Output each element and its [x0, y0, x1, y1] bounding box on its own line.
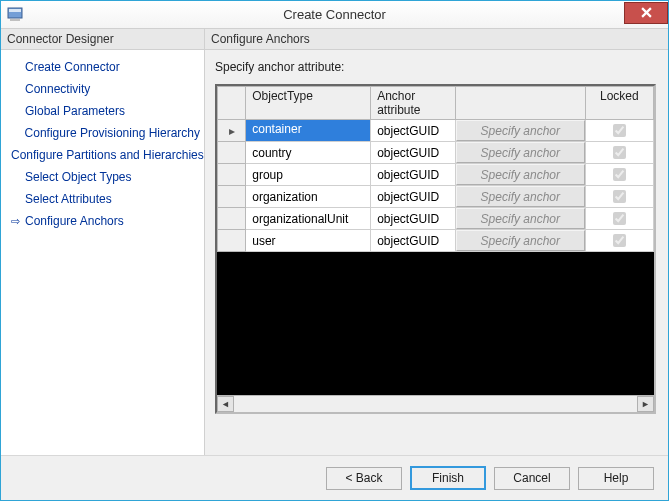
grid-empty-area	[217, 252, 654, 395]
table-row: ▸containerobjectGUIDSpecify anchor	[218, 120, 654, 142]
specify-anchor-button[interactable]: Specify anchor	[456, 142, 585, 163]
col-locked[interactable]: Locked	[585, 87, 653, 120]
cell-anchor[interactable]: objectGUID	[371, 164, 456, 186]
cancel-button[interactable]: Cancel	[494, 467, 570, 490]
cell-objecttype[interactable]: organizationalUnit	[246, 208, 371, 230]
nav-item-configure-anchors[interactable]: ⇨Configure Anchors	[1, 210, 204, 232]
cell-anchor[interactable]: objectGUID	[371, 186, 456, 208]
panes: Connector Designer Create ConnectorConne…	[1, 29, 668, 456]
nav-item-select-attributes[interactable]: Select Attributes	[1, 188, 204, 210]
nav-item-label: Select Attributes	[25, 190, 112, 208]
nav-item-configure-provisioning-hierarchy[interactable]: Configure Provisioning Hierarchy	[1, 122, 204, 144]
specify-anchor-button[interactable]: Specify anchor	[456, 164, 585, 185]
left-pane: Connector Designer Create ConnectorConne…	[1, 29, 205, 455]
anchor-table: ObjectType Anchor attribute Locked ▸cont…	[217, 86, 654, 252]
cell-locked	[585, 186, 653, 208]
horizontal-scrollbar[interactable]: ◄ ►	[217, 395, 654, 412]
row-header[interactable]	[218, 208, 246, 230]
col-action[interactable]	[456, 87, 586, 120]
svg-rect-2	[10, 19, 20, 21]
specify-anchor-button[interactable]: Specify anchor	[456, 120, 585, 141]
table-row: userobjectGUIDSpecify anchor	[218, 230, 654, 252]
nav-item-label: Select Object Types	[25, 168, 132, 186]
cell-objecttype[interactable]: user	[246, 230, 371, 252]
row-header[interactable]	[218, 230, 246, 252]
nav-item-global-parameters[interactable]: Global Parameters	[1, 100, 204, 122]
window-title: Create Connector	[1, 7, 668, 22]
svg-rect-1	[9, 9, 21, 12]
specify-anchor-button[interactable]: Specify anchor	[456, 186, 585, 207]
row-header[interactable]: ▸	[218, 120, 246, 142]
dialog-body: Connector Designer Create ConnectorConne…	[1, 29, 668, 500]
anchor-grid: ObjectType Anchor attribute Locked ▸cont…	[215, 84, 656, 414]
locked-checkbox[interactable]	[613, 124, 626, 137]
nav-item-label: Create Connector	[25, 58, 120, 76]
nav-item-configure-partitions-and-hierarchies[interactable]: Configure Partitions and Hierarchies	[1, 144, 204, 166]
close-button[interactable]	[624, 2, 668, 24]
cell-objecttype[interactable]: organization	[246, 186, 371, 208]
back-button[interactable]: < Back	[326, 467, 402, 490]
instruction-label: Specify anchor attribute:	[215, 60, 656, 74]
nav-item-label: Configure Provisioning Hierarchy	[25, 124, 200, 142]
cell-locked	[585, 208, 653, 230]
cell-locked	[585, 142, 653, 164]
locked-checkbox[interactable]	[613, 234, 626, 247]
table-row: groupobjectGUIDSpecify anchor	[218, 164, 654, 186]
cell-anchor[interactable]: objectGUID	[371, 208, 456, 230]
nav-list: Create ConnectorConnectivityGlobal Param…	[1, 50, 204, 455]
help-button[interactable]: Help	[578, 467, 654, 490]
cell-anchor[interactable]: objectGUID	[371, 230, 456, 252]
right-pane-header: Configure Anchors	[205, 29, 668, 50]
cell-action: Specify anchor	[456, 164, 586, 186]
nav-item-create-connector[interactable]: Create Connector	[1, 56, 204, 78]
dialog-window: Create Connector Connector Designer Crea…	[0, 0, 669, 501]
specify-anchor-button[interactable]: Specify anchor	[456, 230, 585, 251]
app-icon	[7, 7, 23, 23]
cell-anchor[interactable]: objectGUID	[371, 120, 456, 142]
cell-action: Specify anchor	[456, 120, 586, 142]
cell-action: Specify anchor	[456, 230, 586, 252]
cell-locked	[585, 230, 653, 252]
nav-item-label: Connectivity	[25, 80, 90, 98]
col-objecttype[interactable]: ObjectType	[246, 87, 371, 120]
locked-checkbox[interactable]	[613, 190, 626, 203]
nav-item-label: Configure Partitions and Hierarchies	[11, 146, 204, 164]
cell-anchor[interactable]: objectGUID	[371, 142, 456, 164]
scroll-track[interactable]	[234, 396, 637, 412]
specify-anchor-button[interactable]: Specify anchor	[456, 208, 585, 229]
cell-objecttype[interactable]: country	[246, 142, 371, 164]
right-body: Specify anchor attribute:	[205, 50, 668, 455]
locked-checkbox[interactable]	[613, 146, 626, 159]
nav-item-select-object-types[interactable]: Select Object Types	[1, 166, 204, 188]
nav-item-label: Configure Anchors	[25, 212, 124, 230]
left-pane-header: Connector Designer	[1, 29, 204, 50]
row-header[interactable]	[218, 164, 246, 186]
locked-checkbox[interactable]	[613, 212, 626, 225]
table-header-row: ObjectType Anchor attribute Locked	[218, 87, 654, 120]
row-header[interactable]	[218, 186, 246, 208]
scroll-right-button[interactable]: ►	[637, 396, 654, 412]
col-rowheader[interactable]	[218, 87, 246, 120]
nav-current-arrow-icon: ⇨	[11, 212, 25, 230]
finish-button[interactable]: Finish	[410, 466, 486, 490]
titlebar: Create Connector	[1, 1, 668, 29]
cell-objecttype[interactable]: container	[246, 120, 371, 142]
table-row: countryobjectGUIDSpecify anchor	[218, 142, 654, 164]
right-pane: Configure Anchors Specify anchor attribu…	[205, 29, 668, 455]
cell-action: Specify anchor	[456, 142, 586, 164]
scroll-left-button[interactable]: ◄	[217, 396, 234, 412]
locked-checkbox[interactable]	[613, 168, 626, 181]
cell-action: Specify anchor	[456, 208, 586, 230]
cell-objecttype[interactable]: group	[246, 164, 371, 186]
nav-item-label: Global Parameters	[25, 102, 125, 120]
table-row: organizationalUnitobjectGUIDSpecify anch…	[218, 208, 654, 230]
cell-locked	[585, 164, 653, 186]
button-bar: < Back Finish Cancel Help	[1, 456, 668, 500]
table-row: organizationobjectGUIDSpecify anchor	[218, 186, 654, 208]
cell-action: Specify anchor	[456, 186, 586, 208]
cell-locked	[585, 120, 653, 142]
col-anchorattr[interactable]: Anchor attribute	[371, 87, 456, 120]
nav-item-connectivity[interactable]: Connectivity	[1, 78, 204, 100]
row-header[interactable]	[218, 142, 246, 164]
